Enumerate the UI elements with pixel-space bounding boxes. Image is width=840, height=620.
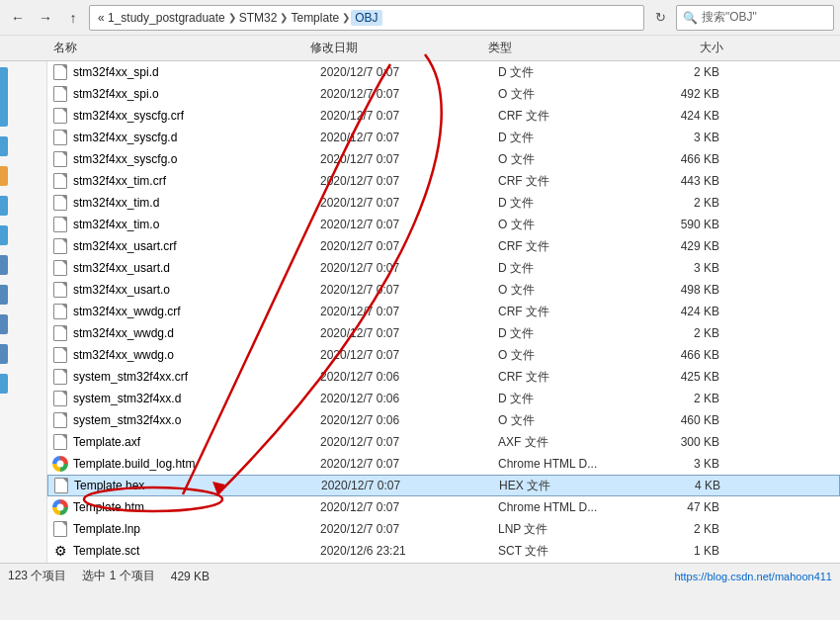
file-size: 3 KB bbox=[656, 131, 735, 144]
table-row[interactable]: stm32f4xx_syscfg.d2020/12/7 0:07D 文件3 KB bbox=[47, 127, 840, 148]
file-name: Template.sct bbox=[73, 544, 320, 558]
table-row[interactable]: stm32f4xx_syscfg.crf2020/12/7 0:07CRF 文件… bbox=[47, 105, 840, 127]
file-name: Template.lnp bbox=[73, 522, 320, 536]
file-date: 2020/12/7 0:07 bbox=[320, 457, 498, 471]
table-row[interactable]: Template.build_log.htm2020/12/7 0:07Chro… bbox=[47, 453, 840, 475]
table-row[interactable]: stm32f4xx_tim.d2020/12/7 0:07D 文件2 KB bbox=[47, 192, 840, 214]
file-icon bbox=[54, 478, 68, 493]
file-type: O 文件 bbox=[498, 151, 656, 168]
table-row[interactable]: Template.axf2020/12/7 0:07AXF 文件300 KB bbox=[47, 431, 840, 453]
file-date: 2020/12/6 23:21 bbox=[320, 544, 498, 558]
file-icon-wrap bbox=[51, 194, 69, 212]
up-button[interactable]: ↑ bbox=[61, 6, 85, 30]
table-row[interactable]: system_stm32f4xx.d2020/12/7 0:06D 文件2 KB bbox=[47, 388, 840, 409]
table-row[interactable]: stm32f4xx_spi.o2020/12/7 0:07O 文件492 KB bbox=[47, 83, 840, 105]
sidebar-strip-7[interactable] bbox=[0, 285, 8, 305]
file-icon bbox=[53, 325, 67, 341]
selected-size: 429 KB bbox=[171, 570, 210, 583]
file-date: 2020/12/7 0:06 bbox=[320, 392, 498, 405]
sidebar-strip-4[interactable] bbox=[0, 196, 8, 216]
table-row[interactable]: stm32f4xx_wwdg.d2020/12/7 0:07D 文件2 KB bbox=[47, 322, 840, 344]
file-name: stm32f4xx_usart.o bbox=[73, 283, 320, 297]
search-box[interactable]: 🔍 搜索"OBJ" bbox=[676, 5, 834, 31]
path-segment-active[interactable]: OBJ bbox=[351, 10, 381, 26]
table-row[interactable]: ⚙Template.sct2020/12/6 23:21SCT 文件1 KB bbox=[47, 540, 840, 562]
table-row[interactable]: stm32f4xx_wwdg.crf2020/12/7 0:07CRF 文件42… bbox=[47, 301, 840, 322]
table-row[interactable]: system_stm32f4xx.crf2020/12/7 0:06CRF 文件… bbox=[47, 366, 840, 388]
table-row[interactable]: stm32f4xx_tim.crf2020/12/7 0:07CRF 文件443… bbox=[47, 170, 840, 192]
file-size: 424 KB bbox=[656, 109, 735, 123]
file-name: stm32f4xx_syscfg.o bbox=[73, 152, 320, 166]
sidebar-strip-6[interactable] bbox=[0, 255, 8, 275]
file-icon-wrap bbox=[51, 324, 69, 342]
file-date: 2020/12/7 0:07 bbox=[320, 109, 498, 123]
col-header-name[interactable]: 名称 bbox=[47, 40, 304, 56]
file-type: O 文件 bbox=[498, 86, 656, 103]
file-size: 2 KB bbox=[656, 65, 735, 79]
file-icon bbox=[53, 238, 67, 254]
address-path[interactable]: « 1_study_postgraduate ❯ STM32 ❯ Templat… bbox=[89, 5, 644, 31]
sidebar-strip-8[interactable] bbox=[0, 314, 8, 334]
table-row[interactable]: Template.htm2020/12/7 0:07Chrome HTML D.… bbox=[47, 496, 840, 518]
sidebar-strip-9[interactable] bbox=[0, 344, 8, 364]
file-size: 466 KB bbox=[656, 152, 735, 166]
table-row[interactable]: stm32f4xx_usart.o2020/12/7 0:07O 文件498 K… bbox=[47, 279, 840, 301]
refresh-button[interactable]: ↻ bbox=[648, 6, 672, 30]
file-icon-wrap bbox=[51, 150, 69, 168]
file-type: D 文件 bbox=[498, 195, 656, 212]
file-icon bbox=[53, 282, 67, 298]
sidebar-strip-3[interactable] bbox=[0, 166, 8, 186]
sidebar-strip-10[interactable] bbox=[0, 374, 8, 394]
file-icon-wrap bbox=[51, 129, 69, 146]
file-icon-wrap bbox=[51, 107, 69, 125]
table-row[interactable]: Template_Template.dep2020/12/7 0:07DEP 文… bbox=[47, 562, 840, 563]
table-row[interactable]: Template.hex2020/12/7 0:07HEX 文件4 KB bbox=[47, 475, 840, 496]
file-icon-wrap bbox=[51, 281, 69, 299]
file-size: 2 KB bbox=[656, 326, 735, 340]
file-name: stm32f4xx_syscfg.d bbox=[73, 131, 320, 144]
table-row[interactable]: stm32f4xx_usart.crf2020/12/7 0:07CRF 文件4… bbox=[47, 235, 840, 257]
path-segment-2[interactable]: STM32 bbox=[237, 11, 280, 25]
sidebar-strip-2[interactable] bbox=[0, 136, 8, 156]
col-header-date[interactable]: 修改日期 bbox=[304, 40, 482, 56]
status-bar: 123 个项目 选中 1 个项目 429 KB https://blog.csd… bbox=[0, 563, 840, 588]
table-row[interactable]: Template.lnp2020/12/7 0:07LNP 文件2 KB bbox=[47, 518, 840, 540]
file-size: 425 KB bbox=[656, 370, 735, 384]
file-list[interactable]: stm32f4xx_spi.d2020/12/7 0:07D 文件2 KBstm… bbox=[47, 61, 840, 563]
file-icon bbox=[53, 521, 67, 537]
file-icon-wrap bbox=[51, 433, 69, 451]
file-type: CRF 文件 bbox=[498, 238, 656, 255]
table-row[interactable]: stm32f4xx_usart.d2020/12/7 0:07D 文件3 KB bbox=[47, 257, 840, 279]
file-date: 2020/12/7 0:07 bbox=[320, 174, 498, 188]
sidebar-strip-1[interactable] bbox=[0, 67, 8, 127]
path-segment-3[interactable]: Template bbox=[289, 11, 341, 25]
forward-button[interactable]: → bbox=[34, 6, 57, 30]
file-name: Template.htm bbox=[73, 500, 320, 514]
file-type: CRF 文件 bbox=[498, 369, 656, 386]
back-button[interactable]: ← bbox=[6, 6, 30, 30]
table-row[interactable]: stm32f4xx_tim.o2020/12/7 0:07O 文件590 KB bbox=[47, 214, 840, 235]
file-name: stm32f4xx_syscfg.crf bbox=[73, 109, 320, 123]
col-header-type[interactable]: 类型 bbox=[482, 40, 640, 56]
file-type: HEX 文件 bbox=[499, 478, 657, 494]
chrome-icon bbox=[52, 499, 68, 515]
file-icon-wrap bbox=[51, 303, 69, 320]
table-row[interactable]: stm32f4xx_wwdg.o2020/12/7 0:07O 文件466 KB bbox=[47, 344, 840, 366]
table-row[interactable]: stm32f4xx_spi.d2020/12/7 0:07D 文件2 KB bbox=[47, 61, 840, 83]
sidebar-strip-5[interactable] bbox=[0, 225, 8, 245]
table-row[interactable]: stm32f4xx_syscfg.o2020/12/7 0:07O 文件466 … bbox=[47, 148, 840, 170]
website-link[interactable]: https://blog.csdn.net/mahoon411 bbox=[674, 571, 832, 582]
col-header-size[interactable]: 大小 bbox=[640, 40, 739, 56]
selected-count: 选中 1 个项目 bbox=[82, 568, 154, 584]
path-chevron-2: ❯ bbox=[280, 12, 288, 23]
path-chevron-1: ❯ bbox=[228, 12, 236, 23]
file-name: stm32f4xx_wwdg.crf bbox=[73, 305, 320, 318]
file-type: O 文件 bbox=[498, 347, 656, 364]
file-type: D 文件 bbox=[498, 64, 656, 81]
file-date: 2020/12/7 0:07 bbox=[320, 500, 498, 514]
path-chevron-3: ❯ bbox=[342, 12, 350, 23]
file-type: D 文件 bbox=[498, 260, 656, 277]
path-segment-1[interactable]: « 1_study_postgraduate bbox=[96, 11, 227, 25]
table-row[interactable]: system_stm32f4xx.o2020/12/7 0:06O 文件460 … bbox=[47, 409, 840, 431]
file-type: O 文件 bbox=[498, 412, 656, 429]
